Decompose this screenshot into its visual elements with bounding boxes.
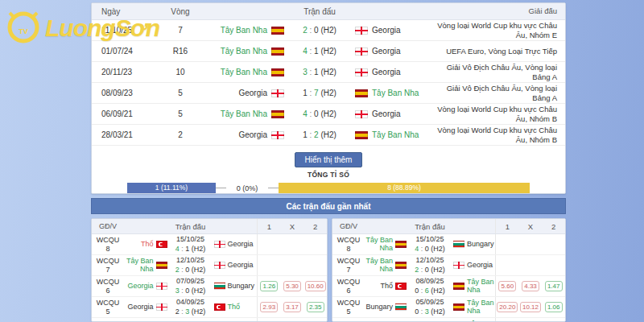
match-score: 3 : 1 (H2) bbox=[288, 68, 351, 76]
odds-2[interactable]: 2.35 bbox=[303, 302, 327, 312]
home-team-name[interactable]: Tây Ban Nha bbox=[213, 26, 267, 35]
match-date: 06/09/21 bbox=[92, 109, 148, 118]
h2h-match-row[interactable]: 08/09/23 5 Georgia 1 : 7 (H2) Tây Ban Nh… bbox=[92, 83, 565, 104]
home-team-name[interactable]: Georgia bbox=[213, 89, 267, 97]
ge-flag-icon bbox=[271, 89, 284, 97]
away-team-name[interactable]: Georgia bbox=[372, 68, 427, 76]
odds-value[interactable]: 5.60 bbox=[498, 281, 516, 291]
round-code: WCQU5 bbox=[92, 299, 124, 316]
home-team-name[interactable]: Tây Ban Nha bbox=[213, 68, 267, 76]
odds-1[interactable]: 1.26 bbox=[258, 281, 281, 291]
ge-flag-icon bbox=[355, 47, 368, 56]
away-team-name[interactable]: Bungary bbox=[467, 241, 495, 248]
odds-value[interactable]: 1.26 bbox=[260, 281, 278, 291]
match-score: 4 : 1 (H2) bbox=[288, 47, 351, 56]
odds-1[interactable]: 5.60 bbox=[496, 281, 519, 291]
h2h-match-row[interactable]: 20/11/23 10 Tây Ban Nha 3 : 1 (H2) Georg… bbox=[92, 62, 565, 83]
away-team-name[interactable]: Georgia bbox=[228, 262, 258, 269]
away-team-name[interactable]: Tây Ban Nha bbox=[372, 130, 427, 139]
away-team-name[interactable]: Georgia bbox=[467, 262, 495, 269]
odds-2[interactable]: 10.60 bbox=[303, 281, 327, 291]
home-team-name[interactable]: Tây Ban Nha bbox=[213, 47, 267, 56]
date-and-score: 04/09/252 : 3 (H2) bbox=[170, 298, 212, 316]
match-score: 1 : 2 (H2) bbox=[288, 130, 351, 139]
recent-match-row[interactable]: WCQU6 Georgia 07/09/253 : 0 (H2) Bungary… bbox=[92, 276, 327, 297]
away-team-name[interactable]: Georgia bbox=[372, 26, 427, 35]
odds-value[interactable]: 4.33 bbox=[522, 281, 539, 291]
away-team-name[interactable]: Tây Ban Nha bbox=[372, 89, 427, 97]
odds-value[interactable]: 10.12 bbox=[520, 302, 541, 312]
date-and-score: 12/10/252 : 0 (H2) bbox=[409, 256, 451, 275]
round-code: WCQU6 bbox=[332, 278, 365, 295]
odds-2[interactable]: 1.06 bbox=[542, 302, 565, 312]
home-team-name[interactable]: Bungary bbox=[365, 303, 393, 311]
odds-value[interactable]: 10.60 bbox=[305, 281, 326, 291]
away-team-name[interactable]: Tây Ban Nha bbox=[467, 299, 495, 315]
es-flag-icon bbox=[156, 262, 167, 269]
brand-logo[interactable]: TV LuongSơn bbox=[3, 10, 159, 47]
h2h-body: 11/10/25 7 Tây Ban Nha 2 : 0 (H2) Georgi… bbox=[92, 20, 565, 146]
col-1-label: 1 bbox=[496, 222, 519, 231]
home-team-name[interactable]: Tây Ban Nha bbox=[124, 258, 154, 273]
recent-match-row[interactable]: WCQU8 Tây Ban Nha 15/10/254 : 0 (H2) Bun… bbox=[332, 234, 565, 255]
h2h-match-row[interactable]: 11/10/25 7 Tây Ban Nha 2 : 0 (H2) Georgi… bbox=[92, 20, 565, 41]
col-x-label: X bbox=[281, 222, 304, 231]
draw-value: 0 (0%) bbox=[226, 184, 268, 192]
h2h-match-row[interactable]: 28/03/21 2 Georgia 1 : 2 (H2) Tây Ban Nh… bbox=[92, 125, 565, 146]
home-team-name[interactable]: Thổ bbox=[124, 241, 154, 248]
home-team-name[interactable]: Georgia bbox=[213, 130, 267, 139]
away-team-name[interactable]: Bungary bbox=[228, 283, 258, 290]
home-team-name[interactable]: Georgia bbox=[124, 303, 154, 311]
odds-x[interactable]: 5.30 bbox=[281, 281, 304, 291]
odds-value[interactable]: 2.35 bbox=[307, 302, 324, 312]
odds-x[interactable]: 3.17 bbox=[281, 302, 304, 312]
odds-1[interactable]: 2.93 bbox=[258, 302, 281, 312]
recent-header-row: GĐ/V Trận đấu 1 X 2 bbox=[332, 219, 565, 234]
odds-value[interactable]: 20.20 bbox=[497, 302, 518, 312]
es-flag-icon bbox=[355, 89, 368, 97]
odds-value[interactable]: 5.30 bbox=[283, 281, 301, 291]
home-team-name[interactable]: Tây Ban Nha bbox=[365, 237, 393, 252]
recent-match-row[interactable]: WCQU7 Tây Ban Nha 12/10/252 : 0 (H2) Geo… bbox=[92, 255, 327, 276]
recent-match-row[interactable]: WCQU5 Georgia 04/09/252 : 3 (H2) Thổ 2.9… bbox=[92, 297, 327, 318]
h2h-match-row[interactable]: 06/09/21 5 Tây Ban Nha 4 : 0 (H2) Georgi… bbox=[92, 104, 565, 125]
tournament-name: Giải Vô Địch Châu Âu, Vòng loại Bảng A bbox=[427, 84, 565, 102]
odds-x[interactable]: 10.12 bbox=[519, 302, 543, 312]
away-team-name[interactable]: Georgia bbox=[228, 241, 258, 248]
recent-match-row[interactable]: WCQU6 Thổ 08/09/250 : 6 (H2) Tây Ban Nha… bbox=[332, 276, 565, 297]
away-team-name[interactable]: Tây Ban Nha bbox=[467, 279, 495, 294]
home-team-name[interactable]: Tây Ban Nha bbox=[365, 258, 393, 273]
recent-match-row[interactable]: 08/06/25 bbox=[92, 318, 327, 322]
home-team-name[interactable]: Thổ bbox=[365, 283, 393, 290]
away-team-name[interactable]: Thổ bbox=[228, 303, 258, 311]
away-team-name[interactable]: Georgia bbox=[372, 109, 427, 118]
recent-match-row[interactable]: WCQU7 Tây Ban Nha 12/10/252 : 0 (H2) Geo… bbox=[332, 255, 565, 276]
odds-1[interactable]: 20.20 bbox=[496, 302, 519, 312]
es-flag-icon bbox=[271, 110, 284, 118]
odds-value[interactable]: 3.17 bbox=[283, 302, 301, 312]
svg-text:TV: TV bbox=[19, 27, 28, 35]
match-round: 5 bbox=[148, 109, 213, 118]
odds-x[interactable]: 4.33 bbox=[519, 281, 543, 291]
es-flag-icon bbox=[395, 241, 407, 248]
h2h-col-tournament-label: Giải đấu bbox=[427, 6, 565, 15]
odds-value[interactable]: 1.47 bbox=[545, 281, 563, 291]
away-team-name[interactable]: Georgia bbox=[372, 47, 427, 56]
home-team-name[interactable]: Tây Ban Nha bbox=[213, 109, 267, 118]
recent-match-row[interactable]: WCQU8 Thổ 15/10/254 : 1 (H2) Georgia bbox=[92, 234, 327, 255]
col-x-label: X bbox=[519, 222, 543, 231]
recent-match-row[interactable]: WCQU5 Bungary 05/09/250 : 3 (H2) Tây Ban… bbox=[332, 297, 565, 318]
home-team-name[interactable]: Georgia bbox=[124, 283, 154, 290]
ge-flag-icon bbox=[355, 27, 368, 35]
tr-flag-icon bbox=[156, 241, 167, 248]
recent-match-row[interactable]: UNL F 09/06/25 Tây Ban Nha bbox=[332, 318, 565, 322]
tournament-name: Vòng loại World Cup khu vực Châu Âu, Nhó… bbox=[427, 126, 565, 144]
odds-value[interactable]: 1.06 bbox=[545, 302, 563, 312]
h2h-match-row[interactable]: 01/07/24 R16 Tây Ban Nha 4 : 1 (H2) Geor… bbox=[92, 41, 565, 62]
es-flag-icon bbox=[453, 303, 464, 311]
odds-2[interactable]: 1.47 bbox=[542, 281, 565, 291]
ge-flag-icon bbox=[453, 262, 464, 269]
odds-value[interactable]: 2.93 bbox=[260, 302, 278, 312]
lion-tv-icon: TV bbox=[3, 10, 43, 47]
show-more-button[interactable]: Hiển thị thêm bbox=[295, 152, 363, 167]
